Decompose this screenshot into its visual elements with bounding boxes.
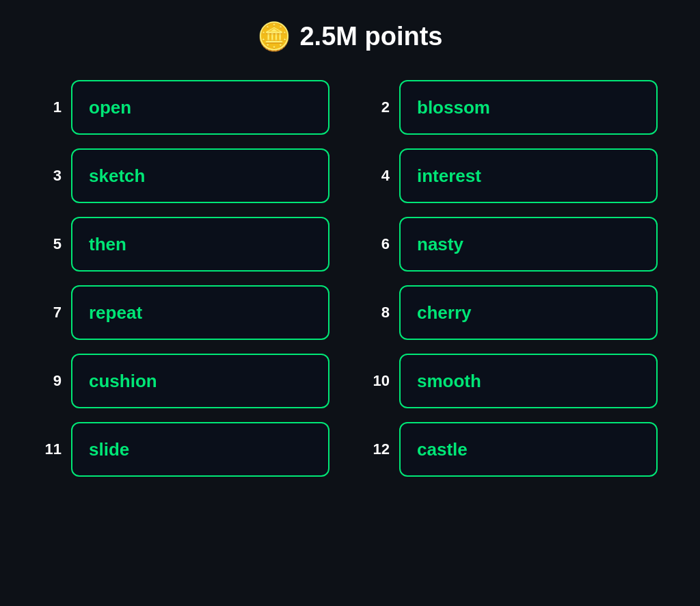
list-item: 4 interest	[371, 148, 658, 203]
points-display: 2.5M points	[299, 22, 442, 51]
word-number: 12	[371, 440, 390, 458]
list-item: 8 cherry	[371, 285, 658, 340]
word-number: 10	[371, 372, 390, 390]
list-item: 6 nasty	[371, 217, 658, 272]
score-header: 🪙 2.5M points	[257, 21, 442, 53]
word-box[interactable]: blossom	[399, 80, 658, 135]
word-number: 3	[42, 167, 62, 185]
word-number: 11	[42, 440, 62, 458]
list-item: 3 sketch	[42, 148, 329, 203]
list-item: 7 repeat	[42, 285, 329, 340]
list-item: 9 cushion	[42, 354, 329, 408]
word-number: 7	[42, 304, 62, 321]
list-item: 12 castle	[371, 422, 658, 477]
word-grid: 1 open 2 blossom 3 sketch 4 interest 5 t…	[15, 80, 685, 477]
word-box[interactable]: open	[71, 80, 329, 135]
word-number: 8	[371, 304, 390, 321]
word-box[interactable]: cushion	[71, 354, 329, 408]
list-item: 5 then	[42, 217, 329, 272]
word-number: 9	[42, 372, 62, 390]
word-box[interactable]: castle	[399, 422, 658, 477]
word-number: 6	[371, 235, 390, 253]
coin-icon: 🪙	[257, 21, 291, 53]
word-box[interactable]: sketch	[71, 148, 329, 203]
word-box[interactable]: then	[71, 217, 329, 272]
word-number: 1	[42, 98, 62, 116]
word-number: 5	[42, 235, 62, 253]
word-box[interactable]: interest	[399, 148, 658, 203]
word-box[interactable]: nasty	[399, 217, 658, 272]
list-item: 1 open	[42, 80, 329, 135]
word-box[interactable]: smooth	[399, 354, 658, 408]
word-box[interactable]: repeat	[71, 285, 329, 340]
list-item: 11 slide	[42, 422, 329, 477]
word-number: 4	[371, 167, 390, 185]
word-box[interactable]: cherry	[399, 285, 658, 340]
list-item: 10 smooth	[371, 354, 658, 408]
word-box[interactable]: slide	[71, 422, 329, 477]
word-number: 2	[371, 98, 390, 116]
list-item: 2 blossom	[371, 80, 658, 135]
